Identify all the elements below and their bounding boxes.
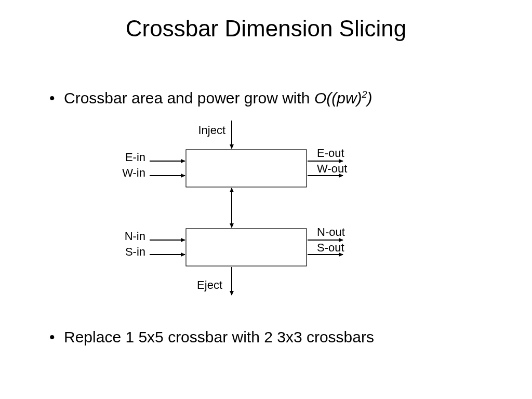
e-in-label: E-in	[125, 151, 145, 164]
inject-label: Inject	[198, 124, 225, 137]
top-crossbar-box	[186, 150, 307, 187]
diagram: Inject Eject E-in W-in E-out W-out N-in …	[0, 0, 532, 399]
n-in-label: N-in	[125, 230, 145, 243]
w-out-label: W-out	[317, 162, 347, 175]
s-in-label: S-in	[125, 245, 145, 258]
w-in-label: W-in	[122, 166, 145, 179]
eject-label: Eject	[197, 278, 222, 291]
n-out-label: N-out	[317, 225, 345, 238]
e-out-label: E-out	[317, 147, 344, 159]
bottom-crossbar-box	[186, 229, 307, 266]
s-out-label: S-out	[317, 241, 344, 254]
slide: Crossbar Dimension Slicing Crossbar area…	[0, 0, 532, 399]
